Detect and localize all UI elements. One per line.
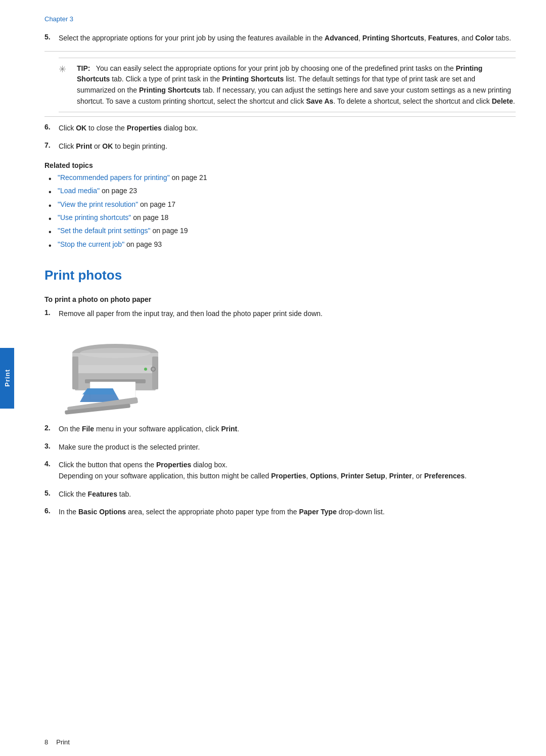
svg-marker-8 <box>82 388 115 394</box>
list-item: • "Set the default print settings" on pa… <box>49 227 516 238</box>
divider-2 <box>44 116 516 117</box>
step-5-bold-features: Features <box>428 34 458 42</box>
bullet-4: • <box>49 213 58 225</box>
related-link-3[interactable]: "View the print resolution" on page 17 <box>58 200 175 208</box>
step-7-ok: OK <box>102 142 113 150</box>
ps4-b1: Properties <box>271 472 306 480</box>
related-link-1[interactable]: "Recommended papers for printing" on pag… <box>58 173 207 182</box>
tip-content: TIP: You can easily select the appropria… <box>77 63 516 107</box>
section-heading: Print photos <box>44 268 516 285</box>
photo-step-1-item: 1. Remove all paper from the input tray,… <box>44 308 516 320</box>
divider-1 <box>44 51 516 52</box>
related-link-4[interactable]: "Use printing shortcuts" on page 18 <box>58 213 168 221</box>
bullet-3: • <box>49 200 58 211</box>
step-6-properties: Properties <box>127 124 162 132</box>
svg-point-13 <box>152 368 155 371</box>
svg-point-4 <box>80 348 151 358</box>
ps2-file: File <box>82 425 94 433</box>
ps6-paper-type: Paper Type <box>299 508 337 516</box>
step-6-ok: OK <box>76 124 86 132</box>
step-7-print: Print <box>76 142 92 150</box>
photo-step-3-num: 3. <box>44 442 59 450</box>
list-item: • "Use printing shortcuts" on page 18 <box>49 213 516 225</box>
step-7-num: 7. <box>44 141 59 149</box>
printer-image-container <box>60 329 516 415</box>
svg-rect-10 <box>72 357 78 389</box>
tip-b3: Printing Shortcuts <box>139 86 201 94</box>
tip-b2: Printing Shortcuts <box>222 75 284 83</box>
tip-label: TIP: <box>77 64 90 72</box>
tip-b5: Delete <box>492 97 513 105</box>
step-5-bold-advanced: Advanced <box>325 34 358 42</box>
svg-point-14 <box>144 368 147 371</box>
ps4-prop: Properties <box>156 461 191 469</box>
related-link-6[interactable]: "Stop the current job" on page 93 <box>58 240 162 248</box>
related-link-5[interactable]: "Set the default print settings" on page… <box>58 227 188 235</box>
ps4-b5: Preferences <box>424 472 465 480</box>
ps4-b4: Printer <box>389 472 412 480</box>
photo-step-1-num: 1. <box>44 308 59 317</box>
photo-step-4-sub: Depending on your software application, … <box>59 472 467 480</box>
photo-step-4-num: 4. <box>44 460 59 468</box>
related-list: • "Recommended papers for printing" on p… <box>49 173 516 251</box>
step-5-item: 5. Select the appropriate options for yo… <box>44 33 516 44</box>
photo-step-4-item: 4. Click the button that opens the Prope… <box>44 460 516 481</box>
photo-step-2-num: 2. <box>44 424 59 432</box>
list-item: • "Load media" on page 23 <box>49 187 516 198</box>
bullet-6: • <box>49 240 58 251</box>
step-5-text: Select the appropriate options for your … <box>59 33 516 44</box>
svg-rect-11 <box>152 357 158 389</box>
bullet-1: • <box>49 173 58 185</box>
side-tab: Print <box>0 348 14 409</box>
bullet-5: • <box>49 227 58 238</box>
related-topics-title: Related topics <box>44 161 516 169</box>
step-6-text: Click OK to close the Properties dialog … <box>59 123 516 134</box>
step-5-bold-shortcuts: Printing Shortcuts <box>362 34 424 42</box>
step-5-bold-color: Color <box>475 34 494 42</box>
step-6-num: 6. <box>44 123 59 131</box>
photo-step-6-text: In the Basic Options area, select the ap… <box>59 507 516 518</box>
printer-image <box>60 329 171 415</box>
side-tab-label: Print <box>4 369 11 387</box>
subsection-heading: To print a photo on photo paper <box>44 295 516 303</box>
photo-step-2-text: On the File menu in your software applic… <box>59 424 516 435</box>
ps4-b2: Options <box>310 472 337 480</box>
photo-step-3-text: Make sure the product is the selected pr… <box>59 442 516 453</box>
related-topics: Related topics • "Recommended papers for… <box>44 161 516 251</box>
step-5-num: 5. <box>44 33 59 41</box>
page-number: 8 <box>44 738 48 746</box>
step-7-item: 7. Click Print or OK to begin printing. <box>44 141 516 152</box>
tip-block: ✳ TIP: You can easily select the appropr… <box>59 58 516 113</box>
list-item: • "Recommended papers for printing" on p… <box>49 173 516 185</box>
ps5-features: Features <box>88 490 117 498</box>
bullet-2: • <box>49 187 58 198</box>
step-7-text: Click Print or OK to begin printing. <box>59 141 516 152</box>
related-link-2[interactable]: "Load media" on page 23 <box>58 187 137 195</box>
footer-section-label: Print <box>56 738 70 746</box>
chapter-label: Chapter 3 <box>44 15 516 23</box>
ps6-basic: Basic Options <box>78 508 126 516</box>
tip-b4: Save As <box>306 97 333 105</box>
tip-icon: ✳ <box>59 64 75 75</box>
step-6-item: 6. Click OK to close the Properties dial… <box>44 123 516 134</box>
ps4-b3: Printer Setup <box>341 472 385 480</box>
photo-step-6-item: 6. In the Basic Options area, select the… <box>44 507 516 518</box>
photo-step-1-text: Remove all paper from the input tray, an… <box>59 308 516 320</box>
page-footer: 8 Print <box>14 738 546 746</box>
list-item: • "View the print resolution" on page 17 <box>49 200 516 211</box>
photo-step-5-item: 5. Click the Features tab. <box>44 489 516 500</box>
photo-step-5-num: 5. <box>44 489 59 497</box>
photo-step-5-text: Click the Features tab. <box>59 489 516 500</box>
photo-step-4-text: Click the button that opens the Properti… <box>59 460 516 481</box>
ps2-print: Print <box>221 425 237 433</box>
photo-step-3-item: 3. Make sure the product is the selected… <box>44 442 516 453</box>
list-item: • "Stop the current job" on page 93 <box>49 240 516 251</box>
photo-step-6-num: 6. <box>44 507 59 515</box>
photo-step-2-item: 2. On the File menu in your software app… <box>44 424 516 435</box>
